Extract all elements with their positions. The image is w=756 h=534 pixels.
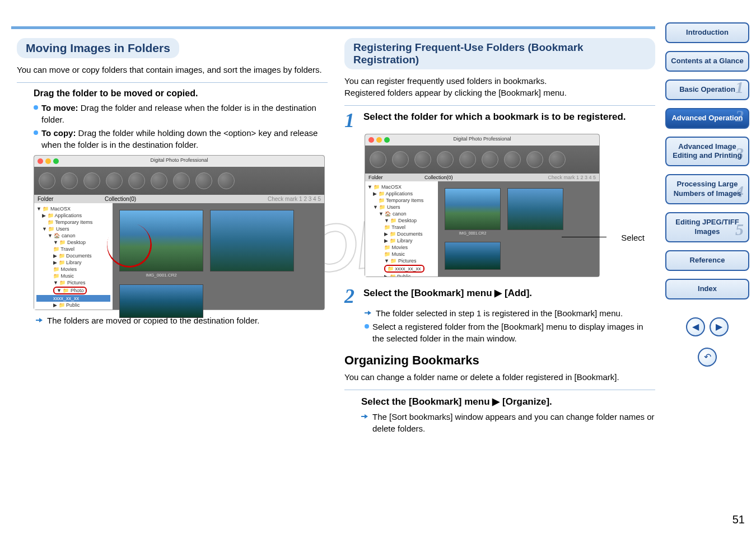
app-toolbar	[365, 146, 599, 174]
step2-result: The folder selected in step 1 is registe…	[365, 307, 655, 319]
nav-editing-jpeg-tiff[interactable]: Editing JPEG/TIFF Images5	[665, 212, 749, 242]
page-nav-controls: ◀ ▶	[665, 317, 749, 336]
step2-bullet: Select a registered folder from the [Boo…	[365, 321, 655, 344]
intro-moving: You can move or copy folders that contai…	[17, 64, 328, 76]
toolbar-button[interactable]	[173, 172, 190, 189]
screenshot-select-folder: Digital Photo Professional	[365, 134, 600, 277]
step-title-drag: Drag the folder to be moved or copied.	[34, 88, 328, 99]
toolbar-button[interactable]	[128, 172, 145, 189]
arrow-icon	[365, 310, 372, 316]
thumbnail[interactable]	[507, 188, 563, 230]
intro-registering: You can register frequently used folders…	[344, 75, 655, 99]
left-column: Moving Images in Folders You can move or…	[17, 38, 328, 436]
toolbar-button[interactable]	[482, 151, 498, 168]
tab-folder[interactable]: Folder	[368, 175, 424, 180]
back-button[interactable]: ↶	[698, 348, 717, 367]
toolbar-button[interactable]	[526, 151, 543, 168]
nav-index[interactable]: Index	[665, 279, 749, 299]
nav-basic-operation[interactable]: Basic Operation1	[665, 79, 749, 100]
arrow-icon	[36, 317, 44, 323]
toolbar-button[interactable]	[370, 151, 386, 168]
bullet-icon	[365, 324, 369, 329]
move-text: Drag the folder and release when the fol…	[41, 103, 316, 124]
move-label: To move:	[41, 103, 78, 113]
tab-checkmark[interactable]: Check mark 1 2 3 4 5	[268, 196, 321, 202]
select-label: Select	[621, 233, 645, 242]
sidebar-nav: Introduction Contents at a Glance Basic …	[665, 22, 749, 367]
folder-tree[interactable]: ▼ 📁 MacOSX ▶ 📁 Applications 📁 Temporary …	[365, 181, 438, 277]
callout-line	[562, 237, 606, 237]
bullet-icon	[34, 105, 38, 110]
organizing-title: Organizing Bookmarks	[344, 353, 655, 368]
bullet-move: To move: Drag the folder and release whe…	[34, 102, 328, 125]
toolbar-button[interactable]	[195, 172, 212, 189]
folder-tree[interactable]: ▼ 📁 MacOSX ▶ 📁 Applications 📁 Temporary …	[34, 203, 113, 310]
page-number: 51	[732, 513, 745, 526]
prev-page-button[interactable]: ◀	[686, 317, 705, 336]
toolbar-button[interactable]	[106, 172, 123, 189]
app-title: Digital Photo Professional	[150, 157, 208, 163]
organizing-intro: You can change a folder name or delete a…	[344, 371, 655, 383]
nav-reference[interactable]: Reference	[665, 250, 749, 271]
step2-title: Select the [Bookmark] menu ▶ [Add].	[363, 287, 532, 299]
main-content: Moving Images in Folders You can move or…	[17, 38, 655, 436]
toolbar-button[interactable]	[437, 151, 454, 168]
rule	[17, 82, 328, 83]
thumbnail[interactable]	[445, 242, 501, 270]
toolbar-button[interactable]	[83, 172, 100, 189]
step-number-2: 2	[344, 287, 359, 305]
screenshot-drag-folder: Digital Photo Professional Folder Collec…	[34, 155, 325, 310]
nav-processing-large[interactable]: Processing Large Numbers of Images4	[665, 174, 749, 204]
nav-advanced-operation[interactable]: Advanced Operation2	[665, 108, 749, 129]
toolbar-button[interactable]	[151, 172, 167, 189]
rule	[344, 105, 655, 106]
step-number-1: 1	[344, 111, 359, 129]
section-title-moving: Moving Images in Folders	[17, 38, 179, 58]
app-toolbar	[34, 167, 324, 195]
right-column: Registering Frequent-Use Folders (Bookma…	[344, 38, 655, 436]
step1-title: Select the folder for which a bookmark i…	[363, 111, 626, 123]
copy-text: Drag the folder while holding down the <…	[41, 128, 318, 149]
toolbar-button[interactable]	[459, 151, 476, 168]
toolbar-button[interactable]	[549, 151, 566, 168]
top-separator	[11, 26, 655, 29]
toolbar-button[interactable]	[414, 151, 431, 168]
toolbar-button[interactable]	[61, 172, 78, 189]
tab-collection[interactable]: Collection(0)	[424, 175, 548, 180]
section-title-registering: Registering Frequent-Use Folders (Bookma…	[344, 38, 655, 69]
rule	[344, 390, 655, 390]
toolbar-button[interactable]	[504, 151, 521, 168]
org-result: The [Sort bookmarks] window appears and …	[361, 411, 655, 434]
nav-introduction[interactable]: Introduction	[665, 22, 749, 43]
bullet-copy: To copy: Drag the folder while holding d…	[34, 127, 328, 151]
thumbnail[interactable]	[119, 210, 203, 271]
nav-advanced-editing[interactable]: Advanced Image Editing and Printing3	[665, 137, 749, 167]
nav-contents[interactable]: Contents at a Glance	[665, 51, 749, 72]
tab-folder[interactable]: Folder	[38, 196, 105, 202]
bullet-icon	[34, 130, 38, 135]
toolbar-button[interactable]	[218, 172, 235, 189]
toolbar-button[interactable]	[392, 151, 409, 168]
thumbnail[interactable]	[445, 188, 501, 230]
copy-label: To copy:	[41, 128, 76, 138]
next-page-button[interactable]: ▶	[710, 317, 729, 336]
tab-checkmark[interactable]: Check mark 1 2 3 4 5	[548, 175, 596, 180]
org-step: Select the [Bookmark] menu ▶ [Organize].	[361, 396, 655, 407]
thumbnail[interactable]	[119, 284, 203, 318]
toolbar-button[interactable]	[39, 172, 55, 189]
app-title: Digital Photo Professional	[453, 136, 511, 142]
selected-folder[interactable]: 📁 xxxx_xx_xx	[384, 265, 424, 273]
tab-collection[interactable]: Collection(0)	[105, 196, 268, 202]
thumbnail[interactable]	[210, 210, 294, 271]
arrow-icon	[361, 414, 369, 419]
